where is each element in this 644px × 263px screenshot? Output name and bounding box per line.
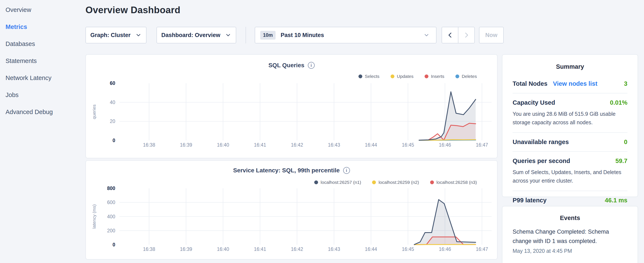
x-axis-tick-label: 16:38 [143, 142, 155, 148]
time-range-dropdown[interactable]: 10m Past 10 Minutes [255, 27, 436, 43]
summary-panel: Summary Total Nodes View nodes list 3 Ca… [502, 54, 638, 197]
now-button[interactable]: Now [479, 27, 504, 43]
sidebar-item-statements[interactable]: Statements [0, 52, 85, 69]
sidebar-item-metrics[interactable]: Metrics [0, 18, 85, 35]
event-text: Schema Change Completed: Schema change w… [512, 227, 628, 246]
queries-per-second-label: Queries per second [512, 157, 570, 164]
events-panel: Events Schema Change Completed: Schema c… [502, 206, 638, 263]
y-axis-tick-label: 0 [112, 242, 115, 247]
x-axis-tick-label: 16:43 [328, 246, 340, 252]
summary-title: Summary [512, 63, 628, 70]
x-axis-tick-label: 16:39 [180, 142, 192, 148]
x-axis-tick-label: 16:41 [254, 246, 266, 252]
capacity-used-value: 0.01% [610, 99, 628, 106]
x-axis-tick-label: 16:46 [439, 142, 451, 148]
unavailable-ranges-value: 0 [624, 139, 628, 146]
x-axis-tick-label: 16:40 [217, 142, 229, 148]
y-axis-tick-label: 20 [110, 119, 115, 124]
x-axis-tick-label: 16:44 [365, 246, 377, 252]
graph-dropdown[interactable]: Graph: Cluster [86, 27, 146, 43]
sidebar-list: OverviewMetricsDatabasesStatementsNetwor… [0, 0, 85, 120]
x-axis-tick-label: 16:45 [402, 246, 414, 252]
y-axis-title: queries [92, 105, 96, 119]
sql-queries-panel: SQL Queries i SelectsUpdatesInsertsDelet… [86, 54, 498, 158]
view-nodes-list-link[interactable]: View nodes list [553, 80, 598, 87]
y-axis-tick-label: 400 [107, 214, 115, 219]
y-axis-tick-label: 800 [107, 185, 115, 191]
sidebar-item-network-latency[interactable]: Network Latency [0, 69, 85, 86]
summary-row-capacity-used: Capacity Used 0.01% You are using 28.6 M… [512, 93, 628, 133]
p99-latency-label: P99 latency [512, 197, 546, 204]
events-title: Events [512, 214, 628, 221]
capacity-used-label: Capacity Used [512, 99, 555, 106]
sidebar-item-jobs[interactable]: Jobs [0, 86, 85, 103]
latency-chart[interactable]: 020040060080016:3816:3916:4016:4116:4216… [86, 161, 498, 260]
summary-row-total-nodes: Total Nodes View nodes list 3 [512, 75, 628, 93]
x-axis-tick-label: 16:47 [476, 142, 488, 148]
y-axis-title: latency (ms) [92, 204, 96, 228]
event-list-item[interactable]: Schema Change Completed: Schema change w… [512, 227, 628, 254]
toolbar-divider [246, 27, 246, 43]
chevron-right-icon [463, 32, 470, 39]
total-nodes-value: 3 [624, 80, 628, 87]
sidebar-item-advanced-debug[interactable]: Advanced Debug [0, 103, 85, 120]
time-window-badge: 10m [260, 31, 276, 40]
x-axis-tick-label: 16:45 [402, 142, 414, 148]
queries-per-second-subtext: Sum of Selects, Updates, Inserts, and De… [512, 168, 628, 185]
x-axis-tick-label: 16:44 [365, 142, 377, 148]
graph-dropdown-label: Graph: Cluster [90, 32, 130, 39]
dashboard-dropdown[interactable]: Dashboard: Overview [156, 27, 236, 43]
p99-latency-value: 46.1 ms [605, 197, 628, 204]
event-timestamp: May 13, 2020 at 4:45 PM [512, 248, 628, 254]
unavailable-ranges-label: Unavailable ranges [512, 139, 569, 146]
x-axis-tick-label: 16:40 [217, 246, 229, 252]
sidebar-item-databases[interactable]: Databases [0, 35, 85, 52]
capacity-used-subtext: You are using 28.6 MiB of 515.9 GiB usab… [512, 110, 628, 127]
x-axis-tick-label: 16:42 [291, 142, 303, 148]
dashboard-dropdown-label: Dashboard: Overview [161, 32, 220, 39]
page-title: Overview Dashboard [86, 5, 180, 15]
chevron-down-icon [135, 32, 142, 38]
y-axis-tick-label: 600 [107, 200, 115, 205]
x-axis-tick-label: 16:41 [254, 142, 266, 148]
latency-panel: Service Latency: SQL, 99th percentile i … [86, 160, 498, 259]
x-axis-tick-label: 16:47 [476, 246, 488, 252]
x-axis-tick-label: 16:42 [291, 246, 303, 252]
sidebar-nav: OverviewMetricsDatabasesStatementsNetwor… [0, 0, 85, 263]
x-axis-tick-label: 16:43 [328, 142, 340, 148]
y-axis-tick-label: 200 [107, 228, 115, 233]
x-axis-tick-label: 16:39 [180, 246, 192, 252]
y-axis-tick-label: 40 [110, 100, 115, 105]
y-axis-tick-label: 60 [110, 80, 115, 86]
now-button-label: Now [486, 32, 498, 39]
total-nodes-label: Total Nodes [512, 80, 548, 87]
x-axis-tick-label: 16:46 [439, 246, 451, 252]
summary-row-unavailable-ranges: Unavailable ranges 0 [512, 133, 628, 152]
chevron-left-icon [446, 32, 454, 39]
app-root: OverviewMetricsDatabasesStatementsNetwor… [0, 0, 644, 263]
y-axis-tick-label: 0 [112, 138, 115, 143]
sql-queries-chart[interactable]: 020406016:3816:3916:4016:4116:4216:4316:… [86, 55, 498, 159]
summary-row-queries-per-second: Queries per second 59.7 Sum of Selects, … [512, 152, 628, 191]
prev-time-button[interactable] [442, 27, 458, 43]
x-axis-tick-label: 16:38 [143, 246, 155, 252]
queries-per-second-value: 59.7 [616, 157, 628, 164]
next-time-button[interactable] [458, 27, 475, 43]
time-window-label: Past 10 Minutes [281, 32, 324, 39]
chevron-down-icon [423, 32, 430, 38]
chevron-down-icon [225, 32, 231, 38]
sidebar-item-overview[interactable]: Overview [0, 1, 85, 18]
